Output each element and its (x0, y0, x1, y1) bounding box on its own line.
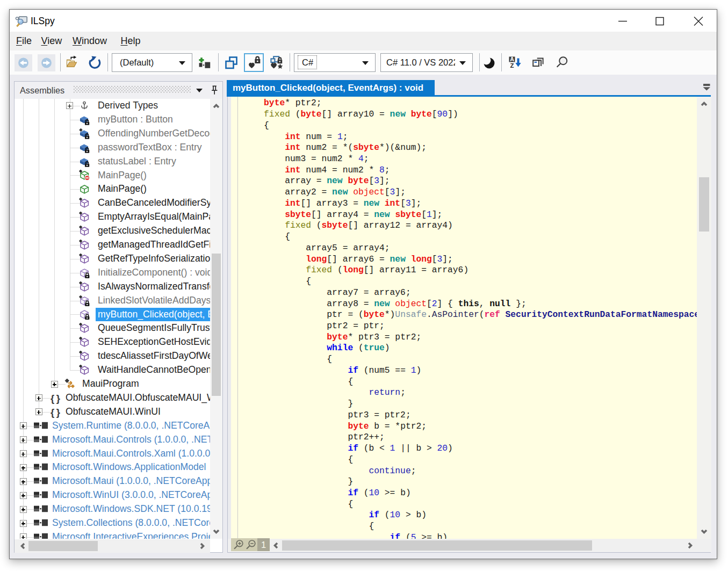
svg-text:{ }: { } (51, 407, 60, 418)
svg-text:{ }: { } (51, 393, 60, 404)
svg-text:Z: Z (510, 62, 514, 68)
svg-text:A: A (510, 56, 514, 62)
